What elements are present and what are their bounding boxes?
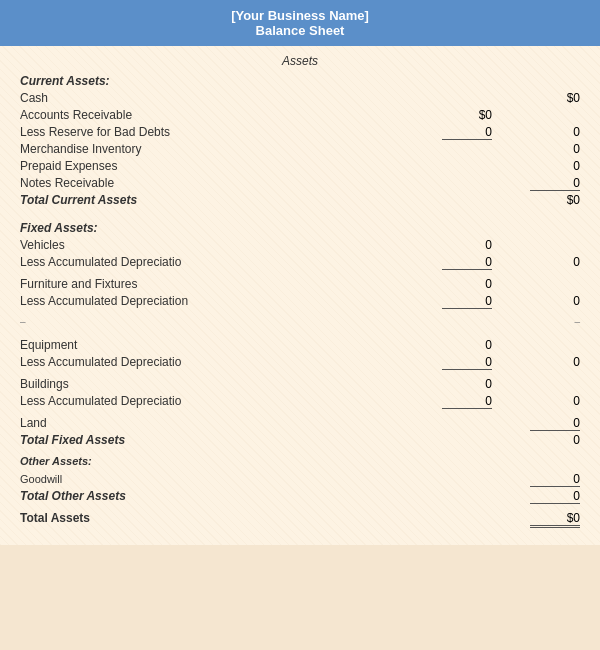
buildings-depreciation-label: Less Accumulated Depreciatio [20,394,420,408]
placeholder-label: – [20,316,420,327]
total-fixed-assets-value: 0 [500,433,580,447]
vehicles-label: Vehicles [20,238,420,252]
total-assets-value: $0 [500,511,580,528]
vehicles-depreciation-row: Less Accumulated Depreciatio 0 0 [20,255,580,271]
fixed-assets-heading: Fixed Assets: [20,221,580,237]
land-value: 0 [500,416,580,431]
equipment-mid: 0 [420,338,500,352]
content-area: Assets Current Assets: Cash $0 Accounts … [0,46,600,545]
equipment-dep-mid: 0 [420,355,500,370]
prepaid-expenses-value: 0 [500,159,580,173]
other-assets-label: Other Assets: [20,455,580,467]
bad-debts-row: Less Reserve for Bad Debts 0 0 [20,125,580,141]
merchandise-inventory-value: 0 [500,142,580,156]
equipment-depreciation-row: Less Accumulated Depreciatio 0 0 [20,355,580,371]
goodwill-row: Goodwill 0 [20,472,580,488]
equipment-label: Equipment [20,338,420,352]
furniture-mid: 0 [420,277,500,291]
furniture-dep-mid: 0 [420,294,500,309]
goodwill-label: Goodwill [20,473,420,485]
accounts-receivable-row: Accounts Receivable $0 [20,108,580,124]
bad-debts-label: Less Reserve for Bad Debts [20,125,420,139]
buildings-dep-right: 0 [500,394,580,408]
bad-debts-right: 0 [500,125,580,139]
prepaid-expenses-label: Prepaid Expenses [20,159,420,173]
vehicles-depreciation-label: Less Accumulated Depreciatio [20,255,420,269]
vehicles-row: Vehicles 0 [20,238,580,254]
total-assets-row: Total Assets $0 [20,511,580,528]
total-current-assets-value: $0 [500,193,580,207]
bad-debts-mid: 0 [420,125,500,140]
placeholder-right: – [500,316,580,327]
buildings-row: Buildings 0 [20,377,580,393]
header: [Your Business Name] Balance Sheet [0,0,600,46]
other-assets-heading-row: Other Assets: [20,455,580,471]
buildings-depreciation-row: Less Accumulated Depreciatio 0 0 [20,394,580,410]
fixed-assets-label: Fixed Assets: [20,221,580,235]
equipment-depreciation-label: Less Accumulated Depreciatio [20,355,420,369]
buildings-mid: 0 [420,377,500,391]
assets-title: Assets [20,54,580,68]
furniture-depreciation-row: Less Accumulated Depreciation 0 0 [20,294,580,310]
notes-receivable-row: Notes Receivable 0 [20,176,580,192]
vehicles-dep-right: 0 [500,255,580,269]
merchandise-inventory-label: Merchandise Inventory [20,142,420,156]
furniture-row: Furniture and Fixtures 0 [20,277,580,293]
placeholder-row: – – [20,316,580,332]
cash-label: Cash [20,91,420,105]
notes-receivable-value: 0 [500,176,580,191]
total-current-assets-row: Total Current Assets $0 [20,193,580,209]
accounts-receivable-label: Accounts Receivable [20,108,420,122]
business-name: [Your Business Name] [4,8,596,23]
notes-receivable-label: Notes Receivable [20,176,420,190]
total-fixed-assets-row: Total Fixed Assets 0 [20,433,580,449]
vehicles-dep-mid: 0 [420,255,500,270]
prepaid-expenses-row: Prepaid Expenses 0 [20,159,580,175]
total-other-assets-label: Total Other Assets [20,489,420,503]
buildings-label: Buildings [20,377,420,391]
current-assets-heading: Current Assets: [20,74,580,90]
merchandise-inventory-row: Merchandise Inventory 0 [20,142,580,158]
total-fixed-assets-label: Total Fixed Assets [20,433,420,447]
cash-row: Cash $0 [20,91,580,107]
sheet-title: Balance Sheet [4,23,596,38]
goodwill-value: 0 [500,472,580,487]
total-assets-label: Total Assets [20,511,420,525]
current-assets-label: Current Assets: [20,74,420,88]
equipment-row: Equipment 0 [20,338,580,354]
total-other-assets-row: Total Other Assets 0 [20,489,580,505]
buildings-dep-mid: 0 [420,394,500,409]
total-current-assets-label: Total Current Assets [20,193,420,207]
total-other-assets-value: 0 [500,489,580,504]
furniture-label: Furniture and Fixtures [20,277,420,291]
page-container: [Your Business Name] Balance Sheet Asset… [0,0,600,545]
equipment-dep-right: 0 [500,355,580,369]
furniture-dep-right: 0 [500,294,580,308]
land-row: Land 0 [20,416,580,432]
land-label: Land [20,416,420,430]
furniture-depreciation-label: Less Accumulated Depreciation [20,294,420,308]
cash-value: $0 [500,91,580,105]
accounts-receivable-mid: $0 [420,108,500,122]
vehicles-mid: 0 [420,238,500,252]
